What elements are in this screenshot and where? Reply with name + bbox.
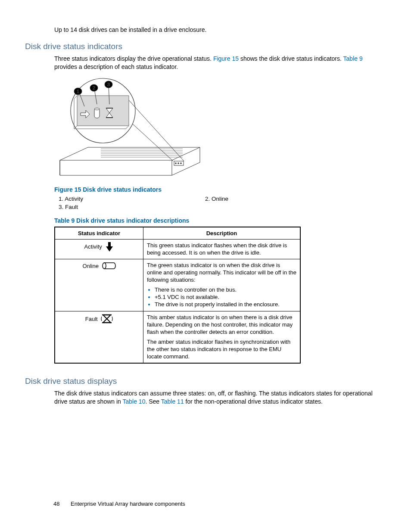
figure-15-caption: Figure 15 Disk drive status indicators: [54, 186, 386, 193]
text: shows the disk drive status indicators.: [239, 55, 343, 62]
table-head-indicator: Status indicator: [55, 227, 143, 240]
svg-line-6: [127, 98, 184, 161]
svg-point-3: [181, 162, 182, 164]
bullet: +5.1 VDC is not available.: [155, 294, 296, 300]
indicator-label-online: Online: [82, 263, 99, 269]
page-number: 48: [53, 501, 59, 507]
intro-para: Up to 14 disk drives can be installed in…: [54, 26, 386, 34]
svg-point-1: [175, 162, 177, 164]
link-table-10[interactable]: Table 10: [123, 398, 146, 405]
bullet: The drive is not properly installed in t…: [155, 301, 296, 308]
table-row: Online The green status indicator is on …: [55, 259, 300, 311]
table-row: Activity This green status indicator fla…: [55, 239, 300, 259]
legend-item-3: 3. Fault: [59, 204, 205, 210]
link-table-11[interactable]: Table 11: [161, 398, 184, 405]
desc-fault-2: The amber status indicator flashes in sy…: [147, 339, 296, 361]
indicator-label-fault: Fault: [85, 316, 98, 322]
online-cylinder-icon: [102, 262, 116, 270]
desc-fault-1: This amber status indicator is on when t…: [147, 314, 296, 336]
indicator-label-activity: Activity: [84, 243, 102, 250]
figure-15-image: 1 2 3: [53, 76, 209, 182]
fault-hourglass-icon: [101, 314, 113, 324]
page-footer: 48 Enterprise Virtual Array hardware com…: [0, 501, 411, 507]
legend-item-1: 1. Activity: [59, 196, 205, 202]
legend-item-2: 2. Online: [205, 196, 352, 202]
desc-online: The green status indicator is on when th…: [147, 262, 296, 284]
svg-text:2: 2: [93, 85, 95, 90]
text: provides a description of each status in…: [54, 63, 178, 70]
text: Three status indicators display the driv…: [54, 55, 213, 62]
table-9: Status indicator Description Activity Th…: [54, 227, 301, 364]
svg-text:3: 3: [107, 82, 110, 87]
svg-text:1: 1: [77, 89, 79, 94]
text: . See: [145, 398, 161, 405]
section-heading-indicators: Disk drive status indicators: [25, 42, 386, 51]
section2-para: The disk drive status indicators can ass…: [54, 389, 386, 406]
table-9-caption: Table 9 Disk drive status indicator desc…: [54, 217, 386, 224]
svg-point-8: [94, 108, 100, 109]
section1-para: Three status indicators display the driv…: [54, 55, 386, 71]
figure-legend: 1. Activity 2. Online 3. Fault: [59, 196, 386, 210]
activity-arrow-icon: [105, 242, 114, 252]
table-head-description: Description: [143, 227, 301, 240]
link-table-9[interactable]: Table 9: [343, 55, 363, 62]
online-bullets: There is no controller on the bus. +5.1 …: [147, 286, 296, 308]
link-figure-15[interactable]: Figure 15: [213, 55, 239, 62]
svg-point-20: [103, 263, 106, 269]
footer-title: Enterprise Virtual Array hardware compon…: [71, 501, 185, 507]
table-row: Fault This amber status indicator is on …: [55, 311, 300, 364]
text: for the non-operational drive status ind…: [184, 398, 323, 405]
section-heading-displays: Disk drive status displays: [25, 376, 386, 386]
svg-point-2: [178, 162, 179, 164]
bullet: There is no controller on the bus.: [155, 286, 296, 293]
desc-activity: This green status indicator flashes when…: [147, 242, 296, 257]
